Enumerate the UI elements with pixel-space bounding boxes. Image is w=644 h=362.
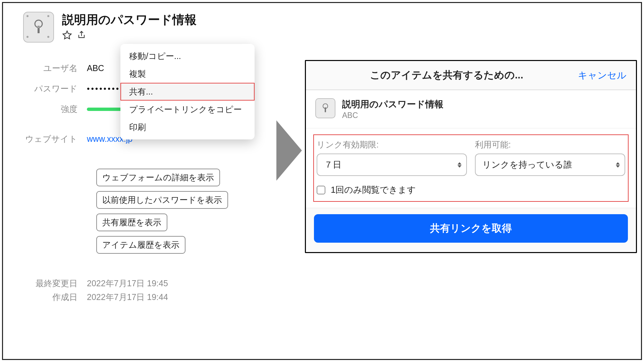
- menu-share[interactable]: 共有...: [120, 83, 255, 101]
- view-once-checkbox[interactable]: [317, 186, 325, 194]
- strength-label: 強度: [23, 104, 87, 115]
- modified-label: 最終変更日: [23, 278, 87, 289]
- svg-rect-1: [38, 26, 40, 33]
- created-value: 2022年7月17日 19:44: [87, 292, 168, 303]
- expiration-select[interactable]: ７日: [317, 154, 467, 176]
- svg-point-0: [35, 20, 42, 27]
- dialog-title: このアイテムを共有するための...: [315, 68, 578, 82]
- modified-value: 2022年7月17日 19:45: [87, 278, 168, 289]
- expiration-value: ７日: [324, 160, 341, 170]
- show-webform-details-button[interactable]: ウェブフォームの詳細を表示: [96, 169, 220, 186]
- view-once-label: 1回のみ閲覧できます: [331, 184, 416, 196]
- username-label: ユーザ名: [23, 63, 87, 74]
- website-label: ウェブサイト: [23, 133, 87, 144]
- share-options-group: リンク有効期限: ７日 利用可能: リンクを持っている誰: [314, 135, 628, 201]
- select-caret-icon: [458, 162, 462, 168]
- availability-value: リンクを持っている誰: [482, 160, 572, 170]
- menu-duplicate[interactable]: 複製: [120, 65, 255, 83]
- expiration-label: リンク有効期限:: [317, 139, 467, 150]
- show-share-history-button[interactable]: 共有履歴を表示: [96, 214, 167, 231]
- username-value[interactable]: ABC: [87, 63, 104, 73]
- get-share-link-button[interactable]: 共有リンクを取得: [314, 214, 628, 243]
- item-category-icon: [23, 12, 54, 43]
- svg-rect-3: [325, 107, 326, 112]
- star-icon[interactable]: [62, 30, 72, 40]
- flow-arrow-icon: [276, 120, 302, 181]
- dialog-item-icon: [315, 98, 335, 118]
- show-previous-passwords-button[interactable]: 以前使用したパスワードを表示: [96, 191, 228, 209]
- share-icon[interactable]: [77, 30, 87, 40]
- password-value[interactable]: ••••••••: [87, 84, 120, 94]
- show-item-history-button[interactable]: アイテム履歴を表示: [96, 236, 185, 254]
- share-dialog: このアイテムを共有するための... キャンセル 説明用のパスワード情報 ABC …: [305, 60, 637, 253]
- select-caret-icon: [616, 162, 620, 168]
- cancel-button[interactable]: キャンセル: [578, 69, 627, 82]
- created-label: 作成日: [23, 292, 87, 303]
- menu-print[interactable]: 印刷: [120, 118, 255, 136]
- dialog-item-user: ABC: [342, 111, 443, 120]
- password-label: パスワード: [23, 83, 87, 94]
- share-context-menu: 移動/コピー... 複製 共有... プライベートリンクをコピー 印刷: [120, 44, 255, 139]
- menu-move-copy[interactable]: 移動/コピー...: [120, 47, 255, 65]
- item-title: 説明用のパスワード情報: [62, 12, 278, 28]
- menu-copy-private-link[interactable]: プライベートリンクをコピー: [120, 101, 255, 118]
- availability-label: 利用可能:: [475, 139, 625, 150]
- dialog-item-name: 説明用のパスワード情報: [342, 98, 443, 110]
- availability-select[interactable]: リンクを持っている誰: [475, 154, 625, 176]
